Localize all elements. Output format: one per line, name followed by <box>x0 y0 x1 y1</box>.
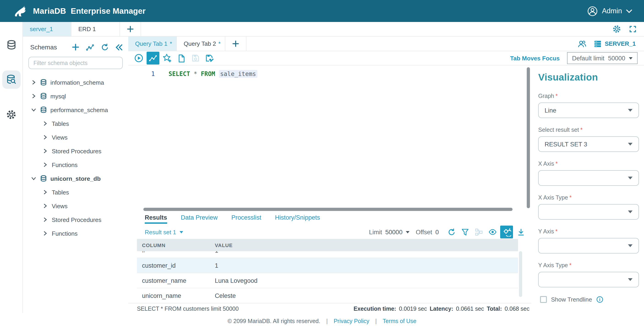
y-axis-select[interactable] <box>538 238 639 254</box>
y-axis-type-select[interactable] <box>538 272 639 287</box>
terms-of-use-link[interactable]: Terms of Use <box>383 318 416 324</box>
limit-select[interactable]: Limit 50000 <box>369 229 409 235</box>
chevron-right-icon <box>31 80 37 85</box>
latency-value: 0.0661 sec <box>456 306 484 312</box>
x-axis-select[interactable] <box>538 170 639 186</box>
run-query-button[interactable] <box>132 52 145 64</box>
pivot-view-button[interactable] <box>500 226 513 238</box>
result-set-select-viz[interactable]: RESULT SET 3 <box>538 136 639 152</box>
caret-down-icon <box>628 109 632 112</box>
result-set-select[interactable]: Result set 1 <box>145 229 183 235</box>
window-tab-erd-1[interactable]: ERD 1 <box>72 22 120 36</box>
execution-time-label: Execution time: <box>354 306 396 312</box>
caret-down-icon <box>406 231 409 233</box>
download-results-button[interactable] <box>515 226 527 238</box>
add-schema-icon[interactable] <box>72 43 79 51</box>
filter-results-button[interactable] <box>459 226 471 238</box>
tree-item-tables[interactable]: Tables <box>23 117 128 130</box>
rail-databases-button[interactable] <box>2 36 20 54</box>
visualization-chart-icon[interactable] <box>86 44 94 50</box>
tab-results[interactable]: Results <box>145 212 167 224</box>
total-value: 0.068 sec <box>505 306 530 312</box>
user-menu[interactable]: Admin <box>587 6 632 16</box>
privacy-policy-link[interactable]: Privacy Policy <box>334 318 370 324</box>
tree-item-information-schema[interactable]: information_schema <box>23 75 128 89</box>
tree-item-views[interactable]: Views <box>23 130 128 144</box>
table-row[interactable]: customer_id 1 <box>137 258 518 273</box>
tree-item-mysql[interactable]: mysql <box>23 89 128 103</box>
visualization-title: Visualization <box>538 72 639 83</box>
refresh-icon[interactable] <box>101 43 108 51</box>
editor-horizontal-scrollbar[interactable] <box>143 208 512 211</box>
query-tab-2[interactable]: Query Tab 2 * <box>177 37 225 51</box>
settings-gear-icon[interactable] <box>612 25 621 33</box>
tree-item-label: Functions <box>52 230 78 237</box>
tree-item-unicorn-store-db[interactable]: unicorn_store_db <box>23 172 128 185</box>
table-row[interactable]: # 1 <box>137 251 518 258</box>
result-set-bar: Result set 1 Limit 50000 <box>128 225 531 239</box>
rail-query-editor-button[interactable] <box>2 70 20 89</box>
chevron-right-icon <box>42 162 48 167</box>
fullscreen-icon[interactable] <box>629 25 637 33</box>
rail-settings-button[interactable] <box>2 105 20 124</box>
preview-eye-button[interactable] <box>486 226 498 238</box>
tab-processlist[interactable]: Processlist <box>231 212 261 221</box>
cell-column: unicorn_name <box>137 292 210 299</box>
tab-moves-focus-toggle[interactable]: Tab Moves Focus <box>510 55 560 61</box>
footer-divider: | <box>326 318 328 324</box>
default-limit-value: 50000 <box>608 55 625 61</box>
show-trendline-checkbox[interactable] <box>540 296 547 303</box>
mariadb-sealion-logo-icon <box>13 5 29 17</box>
schema-filter-input[interactable] <box>28 57 123 69</box>
window-tab-label: server_1 <box>30 26 53 32</box>
query-tab-1[interactable]: Query Tab 1 * <box>128 37 177 51</box>
chevron-down-icon <box>626 9 632 13</box>
tree-item-stored-procedures[interactable]: Stored Procedures <box>23 144 128 158</box>
caret-down-icon <box>628 177 632 179</box>
refresh-results-button[interactable] <box>445 226 457 238</box>
default-limit-label: Default limit <box>572 55 604 61</box>
new-file-button[interactable] <box>175 52 188 64</box>
tree-item-label: Views <box>52 134 68 141</box>
column-header[interactable]: COLUMN <box>137 242 210 248</box>
grid-vertical-scrollbar[interactable] <box>519 251 522 297</box>
favorite-snippet-button[interactable] <box>161 52 174 64</box>
tab-data-preview[interactable]: Data Preview <box>181 212 218 221</box>
tree-item-views[interactable]: Views <box>23 199 128 213</box>
server-selector[interactable]: SERVER_1 <box>594 40 636 47</box>
tree-item-performance-schema[interactable]: performance_schema <box>23 103 128 117</box>
collapse-panel-icon[interactable] <box>116 44 123 50</box>
database-search-icon <box>6 75 16 85</box>
save-button-disabled[interactable] <box>189 52 202 64</box>
sql-code-line: SELECT * FROM sale_items <box>155 69 258 79</box>
default-limit-select[interactable]: Default limit 50000 <box>567 52 638 64</box>
graph-field-label: Graph* <box>538 93 639 99</box>
table-row[interactable]: customer_name Luna Lovegood <box>137 273 518 288</box>
tree-item-tables[interactable]: Tables <box>23 185 128 199</box>
add-window-tab-button[interactable] <box>120 22 141 36</box>
add-query-tab-button[interactable] <box>225 37 246 51</box>
visualization-toggle-button[interactable] <box>146 52 160 64</box>
save-as-button[interactable] <box>203 52 216 64</box>
tree-item-functions[interactable]: Functions <box>23 227 128 240</box>
x-axis-field-label: X Axis* <box>538 161 639 167</box>
column-header[interactable]: VALUE <box>210 242 518 248</box>
footer-divider: | <box>375 318 377 324</box>
window-tab-server-1[interactable]: server_1 <box>23 22 72 36</box>
x-axis-type-select[interactable] <box>538 204 639 220</box>
tree-item-label: mysql <box>50 93 66 99</box>
cell-column: customer_name <box>137 277 210 284</box>
active-users-icon[interactable] <box>577 40 587 47</box>
tree-item-stored-procedures[interactable]: Stored Procedures <box>23 213 128 227</box>
schemas-title: Schemas <box>30 43 72 51</box>
group-view-button-disabled[interactable] <box>473 226 484 238</box>
total-label: Total: <box>487 306 502 312</box>
offset-field[interactable]: Offset 0 <box>416 229 439 235</box>
info-icon[interactable] <box>596 296 603 303</box>
table-row[interactable]: unicorn_name Celeste <box>137 288 518 301</box>
editor-vertical-scrollbar[interactable] <box>527 67 530 208</box>
tree-item-functions[interactable]: Functions <box>23 158 128 172</box>
sql-editor[interactable]: 1 SELECT * FROM sale_items <box>128 65 531 212</box>
tab-history-snippets[interactable]: History/Snippets <box>275 212 320 221</box>
graph-select[interactable]: Line <box>538 102 639 118</box>
